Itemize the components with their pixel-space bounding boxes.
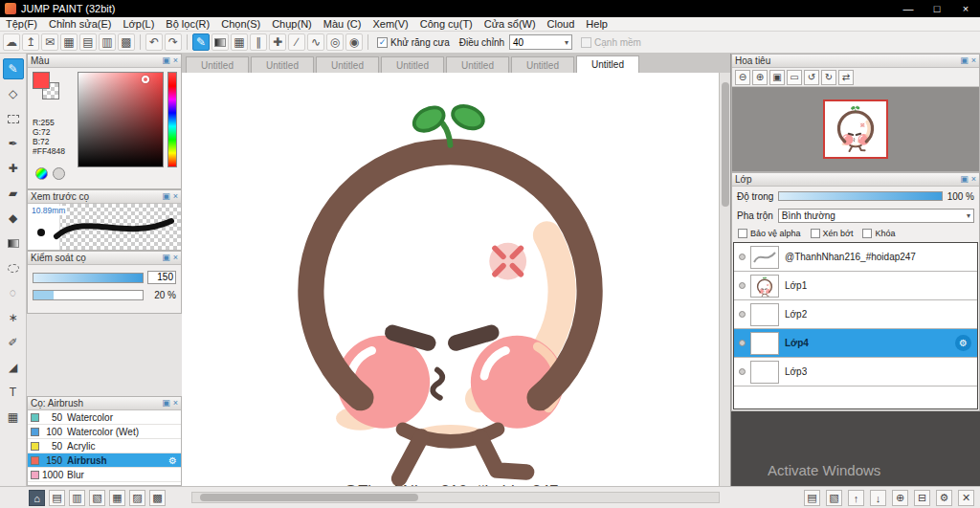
gradient-tool-icon[interactable] xyxy=(3,232,24,254)
redo-icon[interactable]: ↷ xyxy=(165,33,182,51)
paste-page-icon[interactable]: ▦ xyxy=(109,490,125,506)
magic-wand-tool-icon[interactable]: ∗ xyxy=(3,307,24,328)
select-pen-tool-icon[interactable]: ✐ xyxy=(3,332,24,353)
vertical-scrollbar[interactable] xyxy=(719,73,730,486)
panel-float-icon[interactable]: ▣ xyxy=(960,56,969,65)
foreground-color-swatch[interactable] xyxy=(33,72,50,89)
panel-float-icon[interactable]: ▣ xyxy=(162,192,170,201)
shape-tool-icon[interactable]: ▰ xyxy=(3,183,24,204)
tab-untitled-2[interactable]: Untitled xyxy=(251,56,314,73)
minimize-icon[interactable]: — xyxy=(894,3,923,14)
lock-checkbox[interactable]: Khóa xyxy=(862,229,895,238)
tab-untitled-5[interactable]: Untitled xyxy=(446,56,509,73)
brush-settings-icon[interactable]: ⚙ xyxy=(168,455,181,466)
tab-untitled-7[interactable]: Untitled xyxy=(576,55,639,73)
horizontal-scrollbar[interactable] xyxy=(191,492,720,503)
home-icon[interactable]: ⌂ xyxy=(29,490,45,506)
page-icon[interactable]: ▥ xyxy=(99,33,116,51)
copy-page-icon[interactable]: ▧ xyxy=(89,490,105,506)
horizontal-scroll-thumb[interactable] xyxy=(200,494,418,501)
marquee-tool-icon[interactable] xyxy=(3,108,24,129)
menu-item-capture[interactable]: Chụp(N) xyxy=(266,18,318,30)
brush-row-blur[interactable]: 1000 Blur xyxy=(28,468,181,482)
antialias-check-icon[interactable]: ✓ xyxy=(377,37,388,48)
folder-icon[interactable]: ▨ xyxy=(129,490,145,506)
layer-row-lop2[interactable]: Lớp2 xyxy=(734,300,977,329)
tab-untitled-3[interactable]: Untitled xyxy=(316,56,379,73)
eraser-tool-icon[interactable]: ◇ xyxy=(3,83,24,104)
menu-item-layer[interactable]: Lớp(L) xyxy=(117,18,160,30)
layer-row-lop3[interactable]: Lớp3 xyxy=(734,358,977,387)
menu-item-file[interactable]: Tệp(F) xyxy=(0,18,43,30)
actual-size-icon[interactable]: ▭ xyxy=(787,70,802,85)
brush-opacity-slider[interactable] xyxy=(33,290,144,300)
pen-tool-icon[interactable]: ✒ xyxy=(3,133,24,154)
fit-screen-icon[interactable]: ▣ xyxy=(769,70,785,85)
flip-horizontal-icon[interactable]: ⇄ xyxy=(838,70,854,85)
snap-curve-icon[interactable]: ∿ xyxy=(307,33,324,51)
brush-size-value[interactable]: 150 xyxy=(147,271,176,284)
layer-visibility-toggle[interactable] xyxy=(739,340,746,346)
blend-mode-select[interactable]: Bình thường ▾ xyxy=(778,209,974,223)
color-picker-cursor[interactable] xyxy=(142,76,149,83)
alpha-lock-checkbox[interactable]: Bảo vệ alpha xyxy=(738,229,801,238)
new-page-icon[interactable]: ▤ xyxy=(49,490,65,506)
divide-tool-icon[interactable]: ▦ xyxy=(3,407,24,428)
undo-icon[interactable]: ↶ xyxy=(145,33,163,51)
canvas[interactable]: @ThanhNhan216_#hoidap247 xyxy=(182,73,719,486)
snap-parallel-icon[interactable]: ∥ xyxy=(250,33,267,51)
color-wheel-icon[interactable] xyxy=(35,167,48,180)
move-tool-icon[interactable]: ✚ xyxy=(3,158,24,179)
brush-size-slider[interactable] xyxy=(33,273,144,283)
panel-float-icon[interactable]: ▣ xyxy=(162,399,170,408)
layer-settings-icon[interactable]: ⚙ xyxy=(936,490,952,506)
layer-row-thanhnhan[interactable]: @ThanhNhan216_#hoidap247 xyxy=(734,243,977,272)
eyedropper-tool-icon[interactable]: ◢ xyxy=(3,357,24,378)
layer-row-lop1[interactable]: Lớp1 xyxy=(734,272,977,300)
layer-visibility-toggle[interactable] xyxy=(739,282,746,289)
export-icon[interactable]: ↥ xyxy=(22,33,39,51)
panel-float-icon[interactable]: ▣ xyxy=(162,56,170,65)
menu-item-help[interactable]: Help xyxy=(580,18,613,30)
panel-close-icon[interactable]: × xyxy=(173,399,178,408)
snap-vanish-icon[interactable]: ∕ xyxy=(288,33,305,51)
brush-row-watercolor[interactable]: 50 Watercolor xyxy=(28,410,181,425)
panel-close-icon[interactable]: × xyxy=(173,56,178,65)
antialias-checkbox[interactable]: ✓ Khử răng cưa xyxy=(377,37,450,48)
soft-edge-check-icon[interactable] xyxy=(581,37,591,48)
menu-item-window[interactable]: Cửa sổ(W) xyxy=(479,18,542,30)
material-icon[interactable]: ▩ xyxy=(118,33,135,51)
menu-item-select[interactable]: Chọn(S) xyxy=(215,18,266,30)
layer-row-lop4[interactable]: Lớp4 ⚙ xyxy=(734,329,977,358)
tab-untitled-4[interactable]: Untitled xyxy=(381,56,444,73)
snap-cross-icon[interactable]: ✚ xyxy=(269,33,286,51)
correction-spinner[interactable]: 40 ▾ xyxy=(509,34,572,50)
workspace-icon[interactable]: ▦ xyxy=(60,33,78,51)
saturation-value-picker[interactable] xyxy=(78,72,164,167)
menu-item-filter[interactable]: Bộ lọc(R) xyxy=(160,18,215,30)
palette-icon[interactable] xyxy=(53,167,65,180)
clear-layer-icon[interactable]: ⊟ xyxy=(914,490,930,506)
panel-close-icon[interactable]: × xyxy=(971,56,976,65)
grid-icon[interactable]: ▦ xyxy=(231,33,248,51)
brush-row-watercolor-wet[interactable]: 100 Watercolor (Wet) xyxy=(28,425,181,439)
lock-check-icon[interactable] xyxy=(862,229,872,238)
move-layer-up-icon[interactable]: ↑ xyxy=(848,490,864,506)
navigator-preview-area[interactable] xyxy=(732,87,979,171)
vertical-scroll-thumb[interactable] xyxy=(722,82,729,207)
rotate-left-icon[interactable]: ↺ xyxy=(804,70,819,85)
zoom-in-icon[interactable]: ⊕ xyxy=(752,70,768,85)
new-layer-icon[interactable]: ▤ xyxy=(804,490,820,506)
menu-item-view[interactable]: Xem(V) xyxy=(367,18,413,30)
lasso-tool-icon[interactable]: ◌ xyxy=(3,282,24,303)
folder-open-icon[interactable]: ▩ xyxy=(149,490,166,506)
layer-visibility-toggle[interactable] xyxy=(739,311,746,318)
maximize-icon[interactable]: □ xyxy=(923,3,951,14)
panel-float-icon[interactable]: ▣ xyxy=(960,175,969,184)
tab-untitled-6[interactable]: Untitled xyxy=(511,56,574,73)
snap-ellipse-icon[interactable]: ◎ xyxy=(326,33,344,51)
panel-close-icon[interactable]: × xyxy=(173,254,178,262)
move-layer-down-icon[interactable]: ↓ xyxy=(870,490,886,506)
panel-close-icon[interactable]: × xyxy=(173,192,178,201)
clipping-check-icon[interactable] xyxy=(811,229,820,238)
